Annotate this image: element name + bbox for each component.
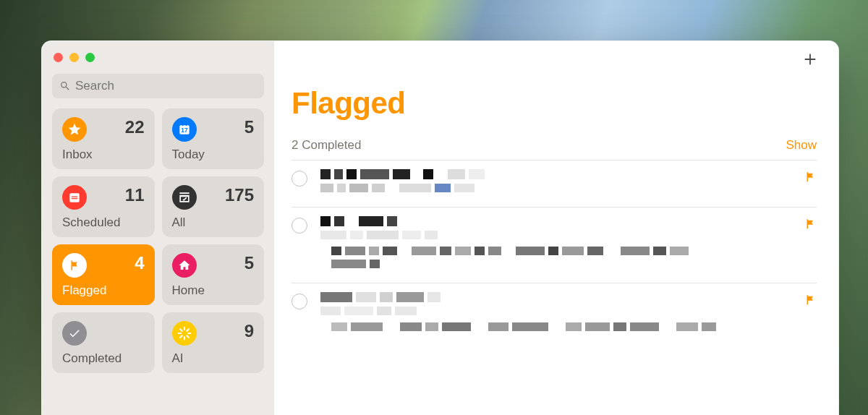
complete-radio[interactable] <box>292 218 307 234</box>
reminder-item[interactable] <box>292 283 817 346</box>
today-icon: 17 <box>172 117 197 142</box>
tile-home[interactable]: 5 Home <box>162 244 265 305</box>
sidebar: 22 Inbox 17 5 Today 11 <box>42 41 274 415</box>
traffic-lights <box>52 51 264 74</box>
flag-icon[interactable] <box>804 218 817 273</box>
ai-icon <box>172 321 197 346</box>
search-icon <box>59 80 71 92</box>
tile-count: 4 <box>135 253 144 273</box>
tile-count: 5 <box>244 253 254 273</box>
scheduled-icon <box>62 185 87 210</box>
completed-count-text: 2 Completed <box>292 138 361 153</box>
flag-icon[interactable] <box>804 171 817 197</box>
svg-text:17: 17 <box>181 127 188 134</box>
page-title: Flagged <box>292 86 817 121</box>
flagged-icon <box>62 253 87 278</box>
tile-all[interactable]: 175 All <box>162 176 265 237</box>
reminder-item[interactable] <box>292 160 817 207</box>
tile-label: Inbox <box>62 147 145 162</box>
inbox-icon <box>62 117 87 142</box>
tile-label: Flagged <box>62 283 145 298</box>
tile-count: 11 <box>125 185 145 205</box>
flag-icon[interactable] <box>804 294 817 335</box>
tile-count: 9 <box>244 321 254 341</box>
tile-today[interactable]: 17 5 Today <box>162 108 265 169</box>
tile-scheduled[interactable]: 11 Scheduled <box>52 176 155 237</box>
reminder-body <box>320 216 804 273</box>
tile-inbox[interactable]: 22 Inbox <box>52 108 155 169</box>
show-completed-link[interactable]: Show <box>786 138 817 153</box>
maximize-window-button[interactable] <box>85 53 95 62</box>
svg-rect-2 <box>185 124 187 126</box>
add-reminder-button[interactable] <box>802 51 818 70</box>
close-window-button[interactable] <box>54 53 63 62</box>
all-icon <box>172 185 197 210</box>
app-window: 22 Inbox 17 5 Today 11 <box>41 40 839 415</box>
completed-row: 2 Completed Show <box>292 138 817 160</box>
tile-count: 5 <box>244 117 254 137</box>
tile-count: 175 <box>225 185 254 205</box>
tile-label: All <box>172 215 255 230</box>
tile-flagged[interactable]: 4 Flagged <box>52 244 155 305</box>
smart-list-grid: 22 Inbox 17 5 Today 11 <box>52 108 264 373</box>
tile-label: AI <box>172 351 255 366</box>
search-input[interactable] <box>75 79 257 93</box>
minimize-window-button[interactable] <box>69 53 79 62</box>
tile-label: Completed <box>62 351 145 366</box>
tile-completed[interactable]: Completed <box>52 312 155 373</box>
svg-rect-5 <box>69 193 79 195</box>
complete-radio[interactable] <box>292 171 307 187</box>
search-field[interactable] <box>52 74 264 98</box>
tile-label: Today <box>172 147 255 162</box>
completed-icon <box>62 321 87 346</box>
reminder-body <box>320 169 804 197</box>
reminder-body <box>320 292 804 335</box>
tile-count: 22 <box>125 117 145 137</box>
main-content: Flagged 2 Completed Show <box>274 41 838 415</box>
home-icon <box>172 253 197 278</box>
tile-label: Home <box>172 283 255 298</box>
reminder-item[interactable] <box>292 207 817 283</box>
tile-label: Scheduled <box>62 215 145 230</box>
tile-ai[interactable]: 9 AI <box>162 312 265 373</box>
complete-radio[interactable] <box>292 294 307 309</box>
svg-rect-1 <box>182 124 183 126</box>
